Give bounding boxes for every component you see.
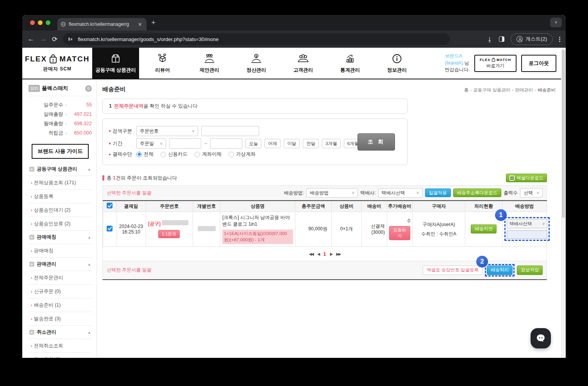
menu-item-ship-complete[interactable]: 발송완료 (3): [29, 312, 92, 325]
next-page-icon[interactable]: ▶: [330, 252, 332, 256]
menu-item-all-cancels[interactable]: 전체취소조회: [29, 339, 92, 352]
nav-item-group-purchase[interactable]: 공동구매 상품관리: [92, 48, 139, 79]
scrollbar-thumb[interactable]: [562, 50, 565, 218]
status-badge[interactable]: 배송지연: [471, 224, 497, 233]
quick-this-month-button[interactable]: 이달: [284, 139, 300, 148]
window-controls[interactable]: [30, 20, 50, 25]
quick-3months-button[interactable]: 3개월: [322, 139, 340, 148]
row-courier-select[interactable]: 택배사선택: [507, 219, 547, 228]
ship-process-button[interactable]: 배송처리: [487, 266, 513, 275]
ship-method-label: 배송방법:: [284, 190, 304, 196]
sidebar-stats: 일주문수› 55 일매출량› 497,021 월매출량› 696,322 적립금…: [29, 96, 92, 139]
site-info-icon[interactable]: [68, 37, 74, 41]
excel-download-button[interactable]: 엑셀다운로드: [506, 174, 547, 182]
nav-item-reviewer[interactable]: 리뷰어: [139, 48, 186, 79]
menu-item-all-orders[interactable]: 전체주문관리: [29, 271, 92, 284]
menu-item-product-register[interactable]: 상품등록: [29, 189, 92, 203]
back-button[interactable]: ←: [28, 35, 34, 43]
radio-all[interactable]: 전체: [136, 151, 154, 158]
menu-item-shipping-prep[interactable]: 배송준비 (1): [29, 298, 92, 312]
menu-item-new-orders[interactable]: 신규주문 (0): [29, 284, 92, 298]
nav-item-information[interactable]: 정보관리: [374, 48, 420, 79]
menu-section-group-purchase[interactable]: ▸ 공동구매 상품관리▲: [29, 163, 92, 176]
nav-item-statistics[interactable]: 통계관리: [327, 48, 374, 79]
inquiry-button[interactable]: 1:1문의: [158, 230, 180, 238]
greeting-text: 브랜드A (brandA) 님 반갑습니다.: [445, 53, 470, 73]
notification-badge[interactable]: 0: [85, 85, 92, 92]
logo-text-left: FLEX: [25, 55, 47, 63]
col-pay-date: 결제일: [116, 201, 146, 212]
quick-yesterday-button[interactable]: 어제: [265, 139, 281, 148]
reload-button[interactable]: ⟳: [52, 35, 57, 43]
search-type-select[interactable]: 주문번호: [136, 126, 198, 136]
excel-invoice-upload-button[interactable]: 엑셀로 송장번호 일괄등록: [423, 266, 483, 275]
page-scrollbar[interactable]: [561, 48, 566, 358]
select-all-checkbox[interactable]: [107, 203, 113, 208]
radio-virtual-account[interactable]: 가상계좌: [229, 151, 256, 158]
invoice-number-input[interactable]: [507, 230, 547, 239]
print-count-select[interactable]: 선택: [520, 188, 543, 197]
menu-section-sales-management[interactable]: ▸ 판매관리▲: [29, 257, 92, 271]
menu-item-all-products[interactable]: 전체상품조회 (171): [29, 176, 92, 189]
browser-tab[interactable]: flexmatch.kr/sellermanager/g ✕: [57, 18, 147, 31]
profile-button[interactable]: 게스트(2): [511, 33, 553, 45]
package-icon: [110, 53, 122, 65]
address-download-button[interactable]: 배송주소록다운로드: [453, 189, 502, 197]
flexmatch-shortcut-button[interactable]: FLEX MATCH 바로가기: [474, 55, 517, 72]
courier-bulk-select[interactable]: 택배사선택: [378, 188, 423, 197]
nav-item-settlement[interactable]: $ 정산관리: [233, 48, 280, 79]
downloads-icon[interactable]: ⭳: [487, 36, 493, 43]
col-total: 총주문금액: [295, 201, 332, 212]
nav-item-proposal[interactable]: 제안관리: [186, 48, 233, 79]
save-info-button[interactable]: 정보저장: [517, 266, 543, 275]
prev-page-icon[interactable]: ◀: [317, 252, 320, 256]
col-status: 처리현황: [465, 201, 502, 212]
menu-item-approval-hold[interactable]: 상품승인보류 (2): [29, 217, 92, 230]
tab-search-chevron-icon[interactable]: ˅: [550, 18, 562, 27]
first-page-icon[interactable]: ◀◀: [309, 252, 313, 256]
quick-today-button[interactable]: 오늘: [245, 139, 261, 148]
search-keyword-input[interactable]: [201, 126, 259, 136]
ship-method-select[interactable]: 배송방법: [306, 188, 358, 197]
flexmatch-logo[interactable]: FLEX MATCH 판매자 SCM: [22, 48, 92, 79]
buyer-name[interactable]: 구매자A(userA): [415, 220, 463, 229]
footer-left-text: 선택한 주문서를 일괄: [107, 267, 152, 273]
logout-button[interactable]: 로그아웃: [521, 55, 556, 72]
chat-launcher-button[interactable]: [531, 328, 551, 348]
search-submit-button[interactable]: 조 회: [357, 133, 395, 151]
current-page[interactable]: 1: [323, 251, 326, 257]
stat-daily-sales[interactable]: 일매출량› 497,021: [29, 110, 92, 119]
period-start-input[interactable]: [169, 138, 201, 149]
stat-daily-orders[interactable]: 일주문수› 55: [29, 100, 92, 110]
row-checkbox[interactable]: [107, 226, 113, 232]
menu-item-sales-matching[interactable]: 판매매칭: [29, 244, 92, 257]
quick-last-month-button[interactable]: 전달: [303, 139, 319, 148]
brand-guide-button[interactable]: 브랜드 사용 가이드: [32, 144, 89, 159]
period-type-select[interactable]: 주문일: [136, 138, 166, 149]
menu-item-cancel-requests[interactable]: 취소요청 (0): [29, 352, 92, 358]
stat-reserve[interactable]: 적립금› 650,000: [29, 128, 92, 138]
apply-all-button[interactable]: 일괄적용: [425, 189, 451, 197]
forward-button[interactable]: →: [40, 35, 46, 43]
browser-menu-icon[interactable]: [559, 37, 560, 42]
new-tab-button[interactable]: +: [151, 18, 155, 27]
radio-bank-transfer[interactable]: 계좌이체: [195, 151, 222, 158]
period-end-input[interactable]: [210, 138, 242, 149]
radio-credit-card[interactable]: 신용카드: [161, 151, 188, 158]
extra-fee-request-button[interactable]: 요청하기: [389, 226, 410, 240]
side-panel-icon[interactable]: [499, 36, 504, 42]
product-name[interactable]: [크록스] 시그니처 남여공용 바야밴드 클로그 1in1: [222, 214, 293, 228]
maximize-window-button[interactable]: [46, 20, 50, 25]
tab-close-icon[interactable]: ✕: [137, 22, 143, 27]
nav-item-customer[interactable]: 고객관리: [280, 48, 327, 79]
close-window-button[interactable]: [30, 20, 35, 25]
nav-label: 고객관리: [293, 67, 313, 74]
menu-section-cancel-management[interactable]: ▸ 취소관리▲: [29, 325, 92, 339]
menu-item-approval-waiting[interactable]: 상품승인대기 (2): [29, 203, 92, 217]
menu-section-sales-matching[interactable]: ▸ 판매매칭▲: [29, 230, 92, 244]
address-bar[interactable]: flexmatch.kr/sellermanager/goods_s/order…: [63, 33, 450, 45]
last-page-icon[interactable]: ▶▶: [336, 252, 340, 256]
browser-actions: ⭳ 게스트(2): [487, 33, 560, 45]
stat-monthly-sales[interactable]: 월매출량› 696,322: [29, 119, 92, 128]
minimize-window-button[interactable]: [38, 20, 43, 25]
